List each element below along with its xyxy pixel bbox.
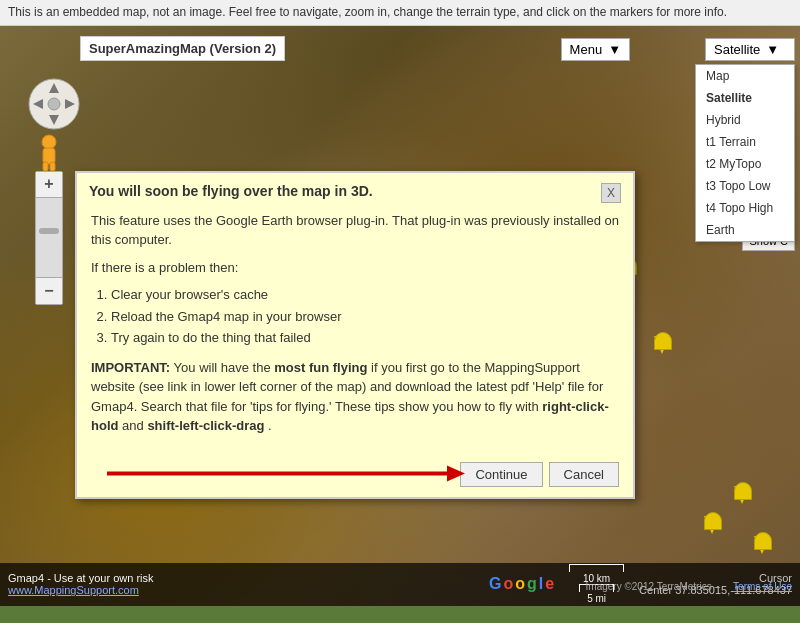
svg-rect-8 <box>43 162 48 171</box>
imagery-credit: Imagery ©2012 TerraMetrics – <box>586 581 720 592</box>
dialog-body: This feature uses the Google Earth brows… <box>77 211 633 454</box>
menu-arrow: ▼ <box>608 42 621 57</box>
type-item-terrain[interactable]: t1 Terrain <box>696 131 794 153</box>
map-pin-2[interactable] <box>654 336 670 354</box>
zoom-out-button[interactable]: − <box>36 278 62 304</box>
type-item-earth[interactable]: Earth <box>696 219 794 241</box>
svg-rect-9 <box>50 162 55 171</box>
gmap4-credit: Gmap4 - Use at your own risk <box>8 572 489 584</box>
map-container[interactable]: SuperAmazingMap (Version 2) + <box>0 26 800 606</box>
dialog-title: You will soon be flying over the map in … <box>89 183 373 199</box>
type-item-mytopo[interactable]: t2 MyTopo <box>696 153 794 175</box>
type-dropdown[interactable]: Satellite ▼ <box>705 38 795 61</box>
pegman-icon[interactable] <box>38 134 60 172</box>
dialog-important-label: IMPORTANT: <box>91 360 170 375</box>
dialog-para2: If there is a problem then: <box>91 258 619 278</box>
dialog-important-para: IMPORTANT: You will have the most fun fl… <box>91 358 619 436</box>
dialog-bold-text3: shift-left-click-drag <box>147 418 264 433</box>
dialog-step-3: Try again to do the thing that failed <box>111 328 619 348</box>
type-menu-list[interactable]: Map Satellite Hybrid t1 Terrain t2 MyTop… <box>695 64 795 242</box>
red-arrow-icon <box>97 460 477 491</box>
type-item-hybrid[interactable]: Hybrid <box>696 109 794 131</box>
dialog-step-2: Reload the Gmap4 map in your browser <box>111 307 619 327</box>
zoom-slider-thumb[interactable] <box>39 228 59 234</box>
type-arrow: ▼ <box>766 42 779 57</box>
map-pin-4[interactable] <box>734 486 750 504</box>
dialog-important-text1: You will have the <box>174 360 275 375</box>
top-info-bar: This is an embedded map, not an image. F… <box>0 0 800 26</box>
top-info-text: This is an embedded map, not an image. F… <box>8 5 727 19</box>
google-g: G <box>489 575 501 593</box>
type-current-value: Satellite <box>714 42 760 57</box>
svg-marker-11 <box>447 466 465 482</box>
zoom-in-button[interactable]: + <box>36 172 62 198</box>
google-logo: G o o g l e <box>489 575 554 593</box>
dialog-bold-text1: most fun flying <box>274 360 367 375</box>
svg-point-6 <box>42 135 56 149</box>
dialog-header: You will soon be flying over the map in … <box>77 173 633 211</box>
svg-point-5 <box>48 98 60 110</box>
type-item-topolow[interactable]: t3 Topo Low <box>696 175 794 197</box>
dialog-step-1: Clear your browser's cache <box>111 285 619 305</box>
navigation-ring[interactable] <box>28 78 80 130</box>
dialog-para1: This feature uses the Google Earth brows… <box>91 211 619 250</box>
terms-of-use-link[interactable]: Terms of Use <box>733 581 792 592</box>
dialog-box: You will soon be flying over the map in … <box>75 171 635 499</box>
zoom-controls[interactable]: + − <box>35 171 63 305</box>
type-item-map[interactable]: Map <box>696 65 794 87</box>
google-l: l <box>539 575 543 593</box>
google-o1: o <box>503 575 513 593</box>
google-g2: g <box>527 575 537 593</box>
dialog-important-text3: and <box>122 418 147 433</box>
type-item-satellite[interactable]: Satellite <box>696 87 794 109</box>
dialog-important-text4: . <box>268 418 272 433</box>
map-title: SuperAmazingMap (Version 2) <box>80 36 285 61</box>
dialog-close-button[interactable]: X <box>601 183 621 203</box>
bottom-left-info: Gmap4 - Use at your own risk www.Mapping… <box>8 572 489 596</box>
google-e: e <box>545 575 554 593</box>
mapping-support-link[interactable]: www.MappingSupport.com <box>8 584 489 596</box>
bottom-bar: Gmap4 - Use at your own risk www.Mapping… <box>0 563 800 606</box>
map-pin-6[interactable] <box>754 536 770 554</box>
dialog-steps-list: Clear your browser's cache Reload the Gm… <box>111 285 619 348</box>
map-pin-5[interactable] <box>704 516 720 534</box>
cancel-button[interactable]: Cancel <box>549 462 619 487</box>
type-item-topohigh[interactable]: t4 Topo High <box>696 197 794 219</box>
dialog-button-row: Continue Cancel <box>77 454 633 497</box>
menu-dropdown[interactable]: Menu ▼ <box>561 38 630 61</box>
scale-mi-label: 5 mi <box>587 593 606 604</box>
scale-km-bar <box>569 564 624 572</box>
menu-label: Menu <box>570 42 603 57</box>
google-o2: o <box>515 575 525 593</box>
zoom-slider[interactable] <box>36 198 62 278</box>
pegman-container[interactable] <box>38 134 60 175</box>
